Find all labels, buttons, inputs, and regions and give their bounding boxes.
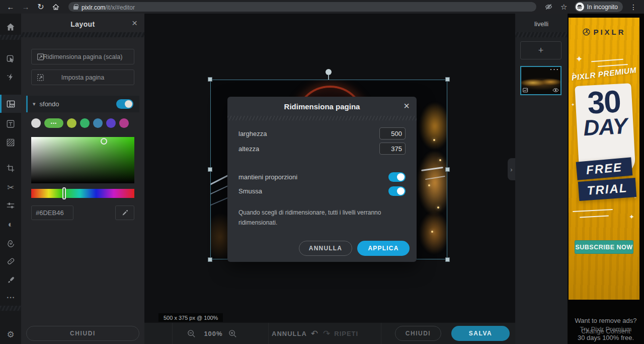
tool-crop-icon[interactable] <box>0 161 21 176</box>
smooth-toggle[interactable] <box>388 186 406 196</box>
tool-effects-icon[interactable] <box>0 70 21 85</box>
resize-page-label: Ridimensiona pagina (scala) <box>43 53 123 60</box>
set-page-button[interactable]: Imposta pagina <box>31 70 134 85</box>
selection-handle-bottom-right[interactable] <box>445 257 450 262</box>
swatch-blue[interactable] <box>93 118 103 128</box>
width-input[interactable] <box>379 127 406 140</box>
bookmark-star-icon[interactable]: ☆ <box>557 2 571 13</box>
refresh-icon[interactable]: ↻ <box>34 2 47 13</box>
height-label: altezza <box>238 145 259 153</box>
canvas-area[interactable]: Ridimensiona pagina × larghezza altezza … <box>144 14 515 322</box>
bottom-toolbar: 100% ANNULLA ↶ ↷ RIPETI CHIUDI SALVA <box>144 322 515 344</box>
background-toggle[interactable] <box>116 99 133 109</box>
tool-more-icon[interactable]: • • • <box>0 290 21 305</box>
dialog-apply-button[interactable]: APPLICA <box>357 241 410 256</box>
swatch-yellow-green[interactable] <box>67 118 76 128</box>
eye-slash-icon[interactable] <box>542 2 555 13</box>
chevron-right-icon: › <box>510 166 512 173</box>
layout-panel-close-icon[interactable]: × <box>132 18 137 29</box>
tool-draw-icon[interactable] <box>0 272 21 287</box>
canvas-size-status: 500 x 375 px @ 100% <box>158 313 223 322</box>
browser-menu-icon[interactable]: ⋮ <box>627 2 640 13</box>
layout-panel: Layout × Ridimensiona pagina (scala) Imp… <box>21 14 144 344</box>
selection-handle-bottom-left[interactable] <box>208 257 212 262</box>
tool-layout-icon[interactable] <box>0 96 21 111</box>
redo-label: RIPETI <box>334 330 358 337</box>
zoom-in-button[interactable] <box>228 323 237 344</box>
selection-rotate-handle[interactable] <box>326 69 332 75</box>
dialog-close-icon[interactable]: × <box>404 100 410 112</box>
url-host: pixlr.com <box>82 4 105 11</box>
undo-label: ANNULLA <box>272 330 307 337</box>
tool-cut-icon[interactable]: ✂ <box>0 180 21 195</box>
ad-premium-label: PIXLR PREMIUM <box>569 65 639 83</box>
tool-filter-icon[interactable]: ◐ <box>0 217 21 232</box>
panel-expand-chevron[interactable]: › <box>508 158 515 180</box>
layers-divider <box>515 32 568 37</box>
selection-handle-top-left[interactable] <box>208 77 212 82</box>
layer-visibility-eye-icon[interactable] <box>552 88 559 93</box>
selection-handle-mid-right[interactable] <box>445 167 450 172</box>
pixlr-brand-label: PIXLR <box>593 28 625 36</box>
tool-adjust-icon[interactable] <box>0 198 21 213</box>
pixlr-logo: PIXLR <box>569 28 639 36</box>
tool-fill-icon[interactable] <box>0 135 21 150</box>
back-icon[interactable]: ← <box>4 2 17 13</box>
swatch-green[interactable] <box>80 118 90 128</box>
resize-page-button[interactable]: Ridimensiona pagina (scala) <box>31 49 134 64</box>
selection-handle-mid-left[interactable] <box>208 167 212 172</box>
close-document-button[interactable]: CHIUDI <box>395 326 441 341</box>
dialog-cancel-button[interactable]: ANNULLA <box>299 241 352 256</box>
url-bar[interactable]: pixlr.com/it/x/#editor <box>68 2 536 12</box>
layer-thumbnail[interactable]: • • • <box>520 66 561 95</box>
background-section-row[interactable]: ▾ sfondo <box>26 96 139 112</box>
picker-cursor[interactable] <box>101 138 107 145</box>
sparkle-icon: ✦ <box>576 54 583 64</box>
keep-proportions-toggle[interactable] <box>388 172 406 182</box>
undo-icon: ↶ <box>311 328 318 339</box>
settings-gear-icon[interactable]: ⚙ <box>0 327 21 342</box>
chevron-down-icon: ▾ <box>33 101 36 107</box>
rail-divider-bottom <box>0 306 21 311</box>
saturation-picker[interactable] <box>31 137 134 183</box>
tool-home-icon[interactable] <box>0 20 21 35</box>
add-layer-button[interactable]: + <box>520 41 561 59</box>
height-row: altezza <box>238 142 406 155</box>
layer-menu-dots[interactable]: • • • <box>550 67 558 71</box>
tool-retouch-icon[interactable] <box>0 253 21 268</box>
swatch-white[interactable] <box>31 118 41 128</box>
cancel-label: ANNULLA <box>309 245 342 252</box>
swatch-purple[interactable] <box>106 118 116 128</box>
eyedropper-button[interactable] <box>115 205 134 220</box>
plus-icon: + <box>538 45 544 56</box>
forward-icon[interactable]: → <box>19 2 32 13</box>
premium-ad-banner[interactable]: PIXLR ✦ + ✦ PIXLR PREMIUM 30 DAY FREE TR… <box>569 18 639 300</box>
save-button[interactable]: SALVA <box>451 326 510 341</box>
undo-button[interactable]: ANNULLA ↶ <box>272 323 318 344</box>
save-label: SALVA <box>469 330 492 337</box>
selection-handle-top-right[interactable] <box>445 77 450 82</box>
hue-slider[interactable] <box>31 189 134 198</box>
incognito-badge: In incognito <box>575 2 623 12</box>
subscribe-now-button[interactable]: SUBSCRIBE NOW <box>575 240 633 254</box>
height-input[interactable] <box>379 143 406 155</box>
home-icon[interactable] <box>49 2 62 13</box>
tool-arrange-icon[interactable] <box>0 51 21 66</box>
tool-liquify-icon[interactable] <box>0 235 21 250</box>
width-row: larghezza <box>238 127 406 140</box>
panel-close-button[interactable]: CHIUDI <box>26 326 139 341</box>
hue-slider-handle[interactable] <box>62 187 66 199</box>
swatch-magenta[interactable] <box>119 118 129 128</box>
toolbar-divider <box>381 323 381 344</box>
redo-button[interactable]: ↷ RIPETI <box>323 323 358 344</box>
deco-line <box>591 59 623 62</box>
swatch-more-dots: ••• <box>51 121 57 126</box>
zoom-out-button[interactable] <box>187 323 196 344</box>
layer-image-icon <box>523 88 528 93</box>
color-swatches: ••• <box>31 118 134 128</box>
ad-day-label: DAY <box>576 113 633 141</box>
hex-color-input[interactable] <box>31 205 73 220</box>
building-glow <box>417 150 447 216</box>
tool-text-icon[interactable] <box>0 116 21 131</box>
swatch-green-selected[interactable]: ••• <box>44 118 63 128</box>
